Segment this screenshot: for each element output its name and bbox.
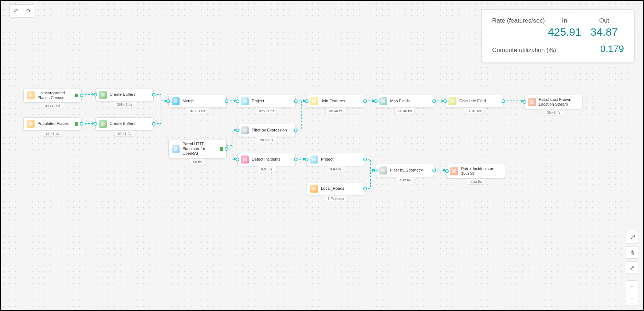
port-in[interactable] bbox=[523, 100, 526, 104]
port-in[interactable] bbox=[305, 158, 309, 161]
link-buffer2-merge[interactable] bbox=[154, 101, 168, 123]
node-mapfields[interactable]: Map Fields30.46 f/s bbox=[376, 95, 434, 108]
port-in[interactable] bbox=[166, 99, 170, 103]
node-filtergeom[interactable]: Filter by Geometry4.42 f/s bbox=[376, 164, 434, 177]
node-label: Filter by Geometry bbox=[390, 168, 431, 173]
svg-rect-15 bbox=[381, 169, 385, 173]
node-unincorp[interactable]: Unincorporated Places Census308.43 f/s bbox=[23, 88, 82, 103]
port-out[interactable] bbox=[363, 99, 367, 103]
project-icon bbox=[241, 97, 249, 105]
port-out[interactable] bbox=[80, 94, 83, 97]
port-out[interactable] bbox=[432, 99, 436, 103]
network-layout-button[interactable]: ⋔ bbox=[626, 246, 638, 259]
feed-icon bbox=[27, 91, 35, 99]
port-out[interactable] bbox=[363, 158, 367, 161]
port-out[interactable] bbox=[294, 158, 298, 161]
calc-icon bbox=[448, 97, 456, 105]
link-httpsim-detect[interactable] bbox=[227, 145, 237, 159]
node-label: Calculate Field bbox=[459, 99, 500, 103]
node-label: Map Fields bbox=[390, 99, 431, 103]
svg-rect-14 bbox=[312, 187, 316, 191]
port-in[interactable] bbox=[374, 99, 378, 103]
port-out[interactable] bbox=[152, 122, 156, 126]
node-label: Join Features bbox=[321, 99, 362, 103]
expand-icon: ⤢ bbox=[630, 264, 635, 271]
node-detect[interactable]: Detect Incidents9.84 f/s bbox=[237, 153, 296, 166]
port-in[interactable] bbox=[236, 129, 239, 132]
map-icon bbox=[379, 97, 387, 105]
svg-rect-6 bbox=[312, 99, 316, 103]
node-calc[interactable]: Calculate Field30.46 f/s bbox=[445, 95, 503, 108]
node-rate: 375.91 f/s bbox=[255, 108, 278, 114]
flow-canvas[interactable]: Unincorporated Places Census308.43 f/sPo… bbox=[1, 1, 643, 310]
port-in[interactable] bbox=[94, 122, 97, 126]
port-out[interactable] bbox=[502, 99, 505, 103]
node-project2[interactable]: Project9.84 f/s bbox=[307, 153, 365, 166]
svg-rect-4 bbox=[174, 99, 178, 103]
node-label: Patrol Last Known Location Stream bbox=[539, 97, 580, 107]
node-rate: 375.91 f/s bbox=[186, 108, 209, 114]
node-filterexpr[interactable]: Filter by Expression30.46 f/s bbox=[237, 124, 296, 137]
svg-rect-0 bbox=[29, 94, 33, 98]
node-label: Merge bbox=[182, 99, 223, 103]
node-rate: 4.42 f/s bbox=[466, 179, 486, 185]
port-out[interactable] bbox=[225, 147, 228, 151]
port-in[interactable] bbox=[443, 99, 447, 103]
out-icon bbox=[450, 167, 458, 175]
node-label: Patrol HTTP Simulator for UberRAT bbox=[182, 142, 218, 156]
node-outstream[interactable]: Patrol Last Known Location Stream30.46 f… bbox=[525, 95, 583, 109]
node-incidents[interactable]: Patrol Incidents on 15th St4.42 f/s bbox=[447, 164, 505, 178]
node-rate: 30.46 f/s bbox=[543, 110, 564, 115]
port-out[interactable] bbox=[80, 122, 83, 126]
zoom-tools: + − bbox=[626, 280, 638, 305]
plus-icon: + bbox=[630, 284, 633, 290]
node-rate: 67.48 f/s bbox=[42, 131, 63, 137]
node-project1[interactable]: Project375.91 f/s bbox=[237, 95, 296, 108]
node-label: Populated Places bbox=[38, 121, 73, 126]
node-merge[interactable]: Merge375.91 f/s bbox=[168, 95, 227, 108]
svg-rect-2 bbox=[101, 93, 105, 97]
link-project2-filtergeom[interactable] bbox=[365, 159, 376, 170]
status-badge bbox=[75, 94, 78, 97]
node-rate: 9.84 f/s bbox=[326, 166, 345, 172]
filter-icon bbox=[241, 126, 249, 134]
zoom-out-button[interactable]: − bbox=[626, 293, 638, 305]
tree-icon: ⎇ bbox=[629, 234, 635, 241]
layout-tools: ⎇ ⋔ ⤢ bbox=[626, 231, 638, 274]
port-in[interactable] bbox=[94, 93, 97, 97]
join-icon bbox=[310, 97, 318, 105]
node-populated[interactable]: Populated Places67.48 f/s bbox=[23, 117, 82, 130]
link-httpsim-filterexpr[interactable] bbox=[227, 130, 237, 145]
node-label: Project bbox=[252, 99, 292, 103]
port-out[interactable] bbox=[294, 99, 298, 103]
port-in[interactable] bbox=[305, 99, 309, 103]
port-out[interactable] bbox=[294, 129, 298, 132]
port-in[interactable] bbox=[374, 169, 378, 172]
port-in[interactable] bbox=[236, 99, 239, 103]
detect-icon bbox=[241, 156, 249, 164]
link-buffer1-merge[interactable] bbox=[154, 94, 168, 101]
port-in[interactable] bbox=[445, 169, 449, 173]
node-rate: 308.43 f/s bbox=[113, 102, 136, 107]
http-icon bbox=[172, 145, 180, 153]
node-roads[interactable]: Local_Roads3 Features bbox=[307, 182, 365, 195]
node-buffer2[interactable]: Create Buffers67.48 f/s bbox=[95, 117, 154, 130]
status-badge bbox=[75, 122, 78, 126]
port-out[interactable] bbox=[363, 187, 367, 190]
node-rate: 50 f/s bbox=[189, 159, 205, 165]
port-out[interactable] bbox=[225, 99, 228, 103]
auto-layout-button[interactable]: ⎇ bbox=[626, 231, 638, 243]
svg-rect-13 bbox=[312, 158, 316, 162]
link-roads-filtergeom[interactable] bbox=[365, 170, 376, 188]
port-out[interactable] bbox=[152, 93, 156, 97]
port-in[interactable] bbox=[236, 158, 239, 161]
node-rate: 67.48 f/s bbox=[114, 131, 135, 137]
zoom-in-button[interactable]: + bbox=[626, 280, 638, 293]
fit-view-button[interactable]: ⤢ bbox=[626, 261, 638, 274]
link-filterexpr-join[interactable] bbox=[296, 101, 307, 130]
node-httpsim[interactable]: Patrol HTTP Simulator for UberRAT50 f/s bbox=[168, 139, 227, 159]
node-join[interactable]: Join Features30.46 f/s bbox=[307, 95, 365, 108]
port-out[interactable] bbox=[432, 169, 436, 172]
svg-rect-5 bbox=[243, 99, 247, 103]
node-buffer1[interactable]: Create Buffers308.43 f/s bbox=[95, 88, 154, 101]
